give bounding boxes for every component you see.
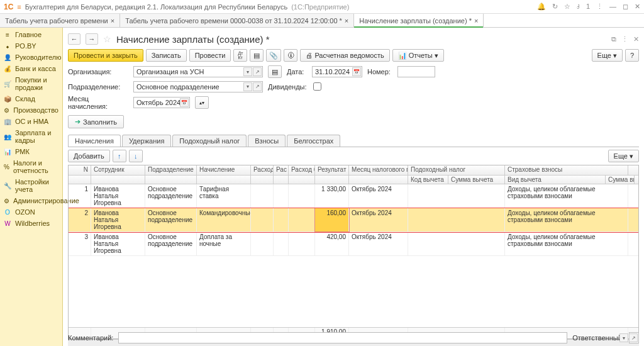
open-icon[interactable]: ↗ — [253, 67, 262, 76]
tab-more-button[interactable]: Еще ▾ — [608, 150, 639, 162]
col-deduction-type[interactable]: Вид вычета — [505, 176, 606, 184]
minimize-icon[interactable]: — — [609, 3, 616, 11]
sidebar-item-admin[interactable]: ⚙Администрирование — [0, 195, 62, 206]
subtab-income-tax[interactable]: Подоходный налог — [172, 135, 247, 147]
search-icon[interactable]: Ქ — [577, 3, 580, 11]
sidebar-item-manager[interactable]: 👤Руководителю — [0, 52, 62, 63]
close-icon[interactable]: ✕ — [635, 3, 640, 11]
sidebar-item-prod[interactable]: ⚙Производство — [0, 104, 62, 116]
cell-rbud — [274, 232, 289, 255]
subtab-accruals[interactable]: Начисления — [68, 135, 121, 147]
reports-button[interactable]: 📊Отчеты ▾ — [392, 49, 444, 62]
number-field[interactable] — [397, 66, 435, 77]
subtab-contributions[interactable]: Взносы — [248, 135, 286, 147]
cell-result[interactable]: 420,00 — [315, 232, 349, 255]
table-row[interactable]: 1Иванова Наталья ИгоревнаОсновное подраз… — [69, 184, 638, 208]
maximize-icon[interactable]: ◻ — [623, 3, 628, 11]
info-button[interactable]: 🛈 — [284, 49, 297, 62]
calendar-icon[interactable]: 📅 — [352, 67, 361, 76]
dropdown-icon[interactable]: ▾ — [619, 333, 628, 342]
save-button[interactable]: Записать — [146, 49, 187, 62]
help-button[interactable]: ? — [625, 49, 639, 62]
add-row-button[interactable]: Добавить — [68, 150, 110, 162]
col-income-tax[interactable]: Подоходный налог — [408, 165, 505, 175]
open-icon[interactable]: ↗ — [253, 82, 262, 91]
month-field[interactable]: Октябрь 2024📅 — [133, 97, 190, 108]
sidebar-item-assets[interactable]: 🏢ОС и НМА — [0, 116, 62, 127]
favorite-star-icon[interactable]: ☆ — [103, 34, 111, 44]
attach-button[interactable]: 📎 — [266, 49, 281, 62]
responsible-field[interactable]: 1▾↗ — [629, 332, 639, 343]
col-future-exp[interactable]: Расход будущ. — [251, 165, 274, 175]
dropdown-icon[interactable]: ▾ — [243, 82, 252, 91]
cell-result[interactable]: 1 330,00 — [315, 184, 349, 208]
col-employee[interactable]: Сотрудник — [91, 165, 145, 175]
nav-back-button[interactable]: ← — [68, 33, 80, 45]
dividends-checkbox[interactable] — [313, 82, 321, 91]
table-row[interactable]: 3Иванова Наталья ИгоревнаОсновное подраз… — [69, 232, 638, 256]
col-tax-period[interactable]: Месяц налогового периода — [349, 165, 408, 175]
dep-field[interactable]: Основное подразделение▾↗ — [133, 81, 263, 92]
table-row[interactable]: 2Иванова Наталья ИгоревнаОсновное подраз… — [69, 208, 638, 232]
post-button[interactable]: Провести — [189, 49, 231, 62]
sidebar-item-rmk[interactable]: 📊РМК — [0, 146, 62, 157]
post-and-close-button[interactable]: Провести и закрыть — [68, 49, 143, 62]
sidebar-item-settings[interactable]: 🔧Настройки учета — [0, 176, 62, 195]
sidebar-item-poby[interactable]: ⬥PO.BY — [0, 40, 62, 52]
col-future-ext[interactable]: Расход будущих... — [289, 165, 315, 175]
print-button[interactable]: 🖨Расчетная ведомость — [300, 49, 389, 62]
dropdown-icon[interactable]: ▾ — [243, 67, 252, 76]
doc-tab-1[interactable]: Табель учета рабочего времени 0000-0038 … — [120, 14, 354, 27]
comment-field[interactable] — [118, 332, 567, 343]
close-doc-icon[interactable]: ✕ — [633, 35, 639, 43]
doc-tab-2[interactable]: Начисление зарплаты (создание) *× — [354, 14, 484, 27]
col-result[interactable]: Результат — [315, 165, 349, 175]
sidebar-item-trade[interactable]: 🛒Покупки и продажи — [0, 74, 62, 93]
star-icon[interactable]: ☆ — [564, 3, 570, 11]
col-deduction-code[interactable]: Код вычета — [408, 176, 448, 184]
move-up-button[interactable]: ↑ — [113, 150, 126, 162]
sidebar-item-tax[interactable]: %Налоги и отчетность — [0, 157, 62, 176]
cell-result[interactable]: 160,00 — [315, 208, 349, 232]
move-down-button[interactable]: ↓ — [129, 150, 143, 162]
nav-forward-button[interactable]: → — [86, 33, 98, 45]
menu-icon[interactable]: ⋮ — [596, 3, 603, 11]
sidebar-item-main[interactable]: ≡Главное — [0, 29, 62, 40]
close-tab-icon[interactable]: × — [111, 17, 114, 25]
org-open-button[interactable]: ▤ — [268, 65, 282, 78]
printer-icon: 🖨 — [306, 52, 313, 59]
col-insurance[interactable]: Страховые взносы — [505, 165, 628, 175]
fill-button[interactable]: ➔Заполнить — [68, 115, 124, 128]
sidebar-item-bank[interactable]: 💰Банк и касса — [0, 63, 62, 74]
bell-icon[interactable]: 🔔 — [537, 3, 546, 11]
history-icon[interactable]: ↻ — [552, 3, 558, 11]
col-accrual[interactable]: Начисление — [197, 165, 251, 175]
more-button[interactable]: Еще ▾ — [592, 49, 623, 62]
date-field[interactable]: 31.10.2024📅 — [312, 66, 362, 77]
sidebar-item-wb[interactable]: WWildberries — [0, 218, 62, 229]
col-sum-vy[interactable]: Сумма вы — [606, 176, 635, 184]
options-icon[interactable]: ⋮ — [621, 35, 628, 43]
close-tab-icon[interactable]: × — [345, 17, 348, 25]
calendar-icon[interactable]: 📅 — [180, 98, 189, 107]
responsible-label: Ответственный: — [572, 334, 624, 342]
detach-icon[interactable]: ⧉ — [611, 35, 616, 43]
sidebar-item-stock[interactable]: 📦Склад — [0, 93, 62, 104]
org-field[interactable]: Организация на УСН▾↗ — [133, 66, 263, 77]
doc-tab-0[interactable]: Табель учета рабочего времени× — [0, 14, 120, 27]
hamburger-icon[interactable]: ≡ — [17, 3, 21, 11]
sidebar-item-ozon[interactable]: OOZON — [0, 206, 62, 218]
col-department[interactable]: Подразделение — [145, 165, 197, 175]
col-n[interactable]: N — [69, 165, 91, 175]
col-future-bud[interactable]: Рас буд — [274, 165, 289, 175]
col-deduction-sum[interactable]: Сумма вычета — [448, 176, 505, 184]
sidebar-item-salary[interactable]: 👥Зарплата и кадры — [0, 127, 62, 146]
month-spinner[interactable]: ▴▾ — [195, 96, 209, 109]
subtab-deductions[interactable]: Удержания — [122, 135, 171, 147]
dtkt-button[interactable]: Дт Кт — [233, 49, 247, 62]
base-doc-button[interactable]: ▤ — [250, 49, 264, 62]
subtab-belgosstrakh[interactable]: Белгосстрах — [287, 135, 340, 147]
one-icon[interactable]: 1 — [586, 3, 590, 11]
close-tab-icon[interactable]: × — [474, 17, 478, 25]
open-icon[interactable]: ↗ — [629, 333, 638, 342]
